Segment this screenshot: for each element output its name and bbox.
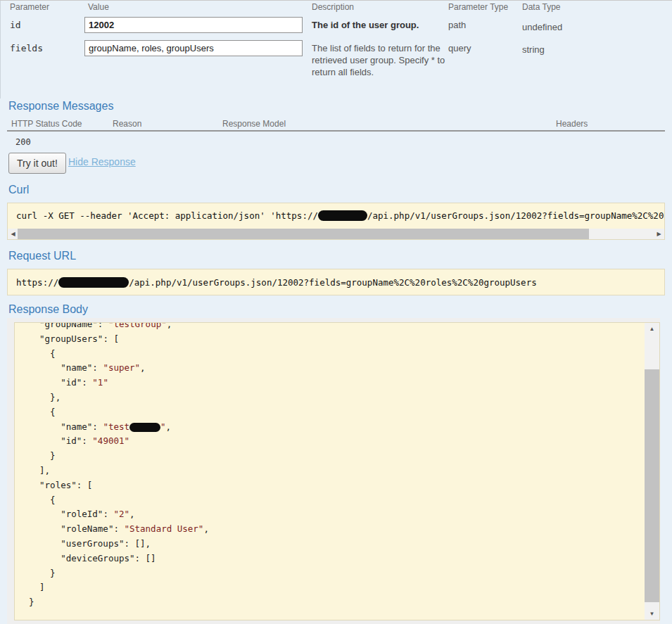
hide-response-link[interactable]: Hide Response xyxy=(68,156,136,167)
redaction-bar xyxy=(58,277,129,288)
col-header-value: Value xyxy=(88,2,109,12)
horizontal-scrollbar-thumb[interactable] xyxy=(18,229,589,239)
response-body-code-block: "groupName": "testGroup", "groupUsers": … xyxy=(14,322,660,620)
param-type-fields: query xyxy=(448,43,471,53)
scroll-up-icon[interactable]: ▲ xyxy=(645,323,659,335)
response-body-container: "groupName": "testGroup", "groupUsers": … xyxy=(7,318,660,624)
param-value-input-id[interactable] xyxy=(84,17,303,33)
param-description-id: The id of the user group. xyxy=(312,19,447,31)
param-name-id: id xyxy=(10,20,21,30)
param-description-fields: The list of fields to return for the ret… xyxy=(312,42,447,78)
status-code-200: 200 xyxy=(15,137,31,147)
swagger-operation-panel: Parameter Value Description Parameter Ty… xyxy=(0,0,672,624)
request-url-suffix: /api.php/v1/userGroups.json/12002?fields… xyxy=(129,277,536,288)
col-header-parameter-type: Parameter Type xyxy=(448,2,508,12)
response-body-heading: Response Body xyxy=(8,303,88,316)
response-json: "groupName": "testGroup", "groupUsers": … xyxy=(15,322,659,610)
col-header-data-type: Data Type xyxy=(522,2,560,12)
param-name-fields: fields xyxy=(10,43,43,53)
col-header-http-status-code: HTTP Status Code xyxy=(11,119,82,129)
request-url-value: https:///api.php/v1/userGroups.json/1200… xyxy=(16,277,537,288)
col-header-response-model: Response Model xyxy=(222,119,286,129)
curl-command-suffix: /api.php/v1/userGroups.json/12002?fields… xyxy=(367,210,665,221)
vertical-scrollbar[interactable]: ▲ ▼ xyxy=(645,323,659,620)
scroll-right-icon[interactable]: ▶ xyxy=(654,229,664,239)
param-type-id: path xyxy=(448,20,466,30)
request-url-block: https:///api.php/v1/userGroups.json/1200… xyxy=(7,269,665,295)
param-value-input-fields[interactable] xyxy=(84,40,303,56)
col-header-parameter: Parameter xyxy=(10,2,49,12)
divider xyxy=(0,0,672,1)
request-url-prefix: https:// xyxy=(16,277,58,288)
curl-code-block: curl -X GET --header 'Accept: applicatio… xyxy=(7,203,665,240)
col-header-headers: Headers xyxy=(556,119,588,129)
curl-command-prefix: curl -X GET --header 'Accept: applicatio… xyxy=(16,210,318,221)
scroll-down-icon[interactable]: ▼ xyxy=(645,608,659,620)
divider xyxy=(0,0,1,98)
horizontal-scrollbar[interactable]: ◀ ▶ xyxy=(8,229,664,239)
col-header-reason: Reason xyxy=(113,119,141,129)
request-url-heading: Request URL xyxy=(8,250,76,262)
curl-heading: Curl xyxy=(8,184,29,196)
divider xyxy=(7,130,665,132)
vertical-scrollbar-thumb[interactable] xyxy=(645,369,659,602)
scroll-left-icon[interactable]: ◀ xyxy=(8,229,18,239)
data-type-fields: string xyxy=(522,44,545,55)
redaction-bar xyxy=(129,423,160,432)
col-header-description: Description xyxy=(312,2,354,12)
data-type-id: undefined xyxy=(522,22,562,32)
try-it-out-button[interactable]: Try it out! xyxy=(8,153,66,174)
response-messages-heading: Response Messages xyxy=(8,100,113,113)
curl-command: curl -X GET --header 'Accept: applicatio… xyxy=(16,210,665,221)
redaction-bar xyxy=(318,210,367,221)
